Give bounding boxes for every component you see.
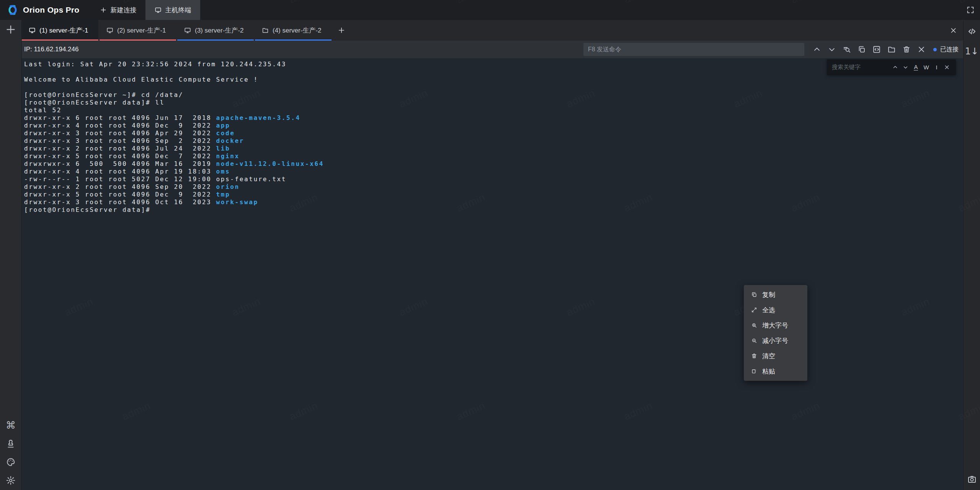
menu-copy[interactable]: 复制: [744, 287, 807, 302]
paste-icon: [751, 368, 757, 374]
terminal-tab-1[interactable]: (1) server-生产-1: [22, 20, 98, 41]
directory-name: oms: [216, 168, 230, 175]
scroll-up-button[interactable]: [813, 45, 821, 54]
search-next-button[interactable]: [900, 62, 911, 72]
close-icon: [950, 27, 957, 34]
monitor-icon: [155, 7, 162, 13]
terminal-tab-bar: (1) server-生产-1(2) server-生产-1(3) server…: [22, 20, 963, 41]
search-close-button[interactable]: [942, 62, 952, 72]
directory-name: tmp: [216, 191, 230, 198]
terminal-text: drwxr-xr-x 5 root root 4096 Dec 9 2022: [24, 191, 216, 198]
command-snippet-button[interactable]: [872, 45, 881, 54]
terminal-text: drwxr-xr-x 2 root root 4096 Jul 24 2022: [24, 145, 216, 152]
directory-name: node-v11.12.0-linux-x64: [216, 160, 324, 167]
scroll-down-button[interactable]: [828, 45, 836, 54]
terminal-line: total 52: [24, 107, 963, 114]
regex-toggle[interactable]: I: [931, 62, 942, 72]
menu-item-label: 清空: [762, 352, 775, 361]
terminal-context-menu: 复制全选增大字号减小字号清空粘贴: [744, 285, 807, 381]
terminal-text: [root@OrionEcsServer data]# ll: [24, 99, 165, 106]
terminal-line: drwxrwxr-x 6 500 500 4096 Mar 16 2019 no…: [24, 160, 963, 168]
sftp-folder-button[interactable]: [887, 45, 896, 54]
logo-icon: [6, 3, 19, 16]
chevron-up-icon: [892, 64, 898, 70]
match-case-toggle[interactable]: A: [911, 62, 921, 72]
send-command-input[interactable]: [583, 43, 804, 56]
new-session-button[interactable]: [5, 24, 16, 35]
terminal-text: drwxr-xr-x 3 root root 4096 Sep 2 2022: [24, 137, 216, 144]
sort-button[interactable]: 1↓: [965, 47, 978, 56]
theme-button[interactable]: [6, 457, 16, 467]
terminal-tab-3[interactable]: (3) server-生产-2: [177, 20, 254, 41]
search-lines-icon: [843, 45, 851, 54]
nav-tab-host-terminal[interactable]: 主机终端: [145, 0, 200, 20]
nav-tab-new-connection[interactable]: 新建连接: [91, 0, 145, 20]
search-keyword-input[interactable]: 搜索关键字: [832, 64, 890, 71]
trash-icon: [751, 353, 757, 359]
terminal-line: drwxr-xr-x 5 root root 4096 Dec 7 2022 n…: [24, 152, 963, 160]
directory-name: work-swap: [216, 198, 258, 206]
terminal-text: drwxr-xr-x 4 root root 4096 Dec 9 2022: [24, 122, 216, 129]
disconnect-button[interactable]: [917, 45, 926, 54]
terminal-tab-4[interactable]: (4) server-生产-2: [255, 20, 332, 41]
session-bar: IP: 116.62.194.246 已连接: [22, 41, 963, 58]
fullscreen-button[interactable]: [966, 6, 975, 14]
clear-screen-button[interactable]: [902, 45, 911, 54]
terminal-text: -rw-r--r-- 1 root root 5027 Dec 12 19:00…: [24, 175, 286, 183]
settings-button[interactable]: [6, 475, 16, 485]
zoom-out-icon: [751, 338, 757, 344]
menu-item-label: 增大字号: [762, 321, 788, 330]
menu-item-label: 粘贴: [762, 367, 775, 376]
terminal-line: Welcome to Alibaba Cloud Elastic Compute…: [24, 76, 963, 84]
tab-underline: [255, 39, 332, 41]
close-tabs-button[interactable]: [950, 20, 957, 41]
menu-item-label: 全选: [762, 306, 775, 315]
terminal-line: [root@OrionEcsServer data]# ll: [24, 99, 963, 107]
monitor-icon: [29, 27, 36, 34]
menu-clear[interactable]: 清空: [744, 348, 807, 364]
terminal-tab-2[interactable]: (2) server-生产-1: [100, 20, 176, 41]
toggle-glyph: I: [936, 64, 937, 70]
menu-paste[interactable]: 粘贴: [744, 364, 807, 379]
app-logo: Orion Ops Pro: [6, 3, 79, 16]
terminal-search-box: 搜索关键字 AWI: [827, 59, 956, 75]
tab-underline: [100, 39, 176, 41]
terminal-line: [root@OrionEcsServer ~]# cd /data/: [24, 91, 963, 99]
app-title: Orion Ops Pro: [23, 5, 79, 15]
terminal-line: [24, 84, 963, 91]
terminal-text: drwxr-xr-x 3 root root 4096 Apr 29 2022: [24, 129, 216, 137]
menu-select-all[interactable]: 全选: [744, 302, 807, 318]
menu-decrease-font[interactable]: 减小字号: [744, 333, 807, 348]
terminal-line: drwxr-xr-x 6 root root 4096 Jun 17 2018 …: [24, 114, 963, 122]
camera-icon: [967, 475, 977, 484]
shortcut-keys-button[interactable]: ⌘: [6, 420, 16, 430]
terminal-line: drwxr-xr-x 3 root root 4096 Sep 2 2022 d…: [24, 137, 963, 145]
tab-underline: [22, 39, 98, 41]
toggle-glyph: W: [923, 64, 929, 70]
terminal-line: [24, 68, 963, 76]
add-tab-button[interactable]: [333, 20, 350, 41]
tab-label: (4) server-生产-2: [273, 26, 322, 35]
code-square-icon: [872, 45, 881, 54]
terminal-text: drwxr-xr-x 3 root root 4096 Oct 16 2023: [24, 198, 216, 206]
sort-icon: 1↓: [965, 47, 978, 56]
whole-word-toggle[interactable]: W: [921, 62, 931, 72]
terminal-text: Welcome to Alibaba Cloud Elastic Compute…: [24, 76, 258, 83]
identity-button[interactable]: [6, 439, 16, 449]
copy-button[interactable]: [858, 45, 866, 54]
search-prev-button[interactable]: [890, 62, 900, 72]
terminal-screen[interactable]: Last login: Sat Apr 20 23:32:56 2024 fro…: [22, 58, 963, 490]
chevron-down-icon: [903, 64, 908, 70]
terminal-text: drwxr-xr-x 2 root root 4096 Sep 20 2022: [24, 183, 216, 190]
code-icon: [967, 27, 977, 36]
chevron-up-icon: [813, 45, 821, 54]
menu-increase-font[interactable]: 增大字号: [744, 318, 807, 333]
screenshot-button[interactable]: [967, 475, 977, 484]
code-panel-button[interactable]: [967, 27, 977, 36]
tab-label: (2) server-生产-1: [117, 26, 166, 35]
top-nav: Orion Ops Pro 新建连接 主机终端: [0, 0, 980, 20]
gear-icon: [6, 475, 16, 485]
directory-name: nginx: [216, 152, 240, 160]
search-button[interactable]: [843, 45, 851, 54]
terminal-text: drwxrwxr-x 6 500 500 4096 Mar 16 2019: [24, 160, 216, 167]
